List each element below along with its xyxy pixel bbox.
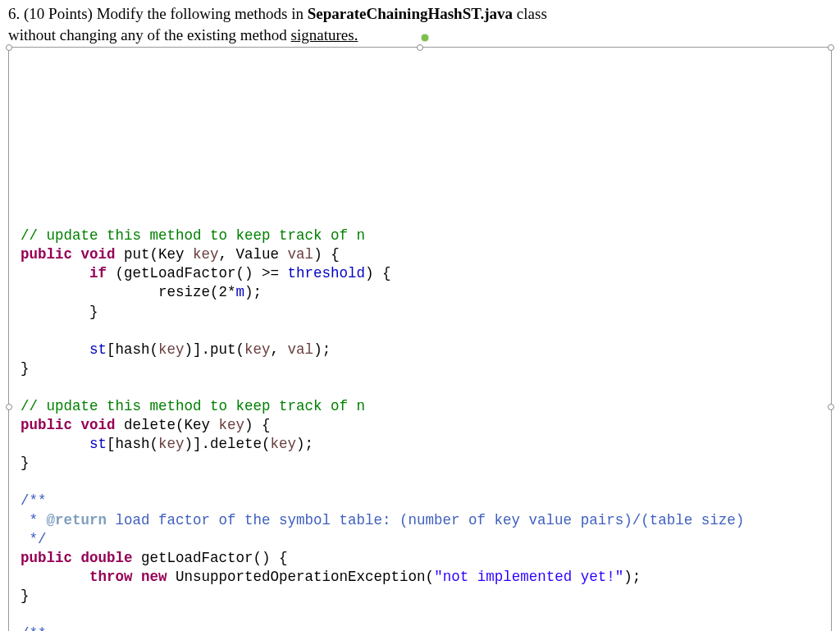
code-doc: */ xyxy=(21,531,47,547)
code-tag: @return xyxy=(47,512,107,528)
code-param: key xyxy=(158,436,185,452)
code-text: [hash( xyxy=(107,341,158,358)
code-param: key xyxy=(244,341,271,358)
code-text: )].put( xyxy=(185,341,245,358)
resize-handle-icon[interactable] xyxy=(828,404,834,410)
code-string: "not implemented yet!" xyxy=(434,569,623,585)
resize-handle-icon[interactable] xyxy=(6,44,12,51)
question-header: 6. (10 Points) Modify the following meth… xyxy=(0,0,840,47)
code-text: (getLoadFactor() >= xyxy=(107,265,288,281)
question-underline: signatures. xyxy=(291,26,358,43)
code-text: [hash( xyxy=(107,436,158,452)
code-kw: public xyxy=(21,550,72,566)
code-param: key xyxy=(158,341,185,358)
code-text: } xyxy=(21,588,30,604)
code-param: key xyxy=(193,246,219,263)
code-text: } xyxy=(21,360,30,377)
code-text: } xyxy=(21,304,98,320)
code-doc: * xyxy=(21,512,47,528)
code-kw: public xyxy=(21,246,72,263)
code-field: m xyxy=(236,284,245,300)
code-text: UnsupportedOperationException( xyxy=(167,569,435,585)
code-param: val xyxy=(288,246,314,263)
code-param: key xyxy=(271,436,297,452)
code-text: put(Key xyxy=(124,246,193,263)
code-comment: // update this method to keep track of n xyxy=(21,227,365,244)
code-kw: double xyxy=(81,550,133,566)
code-text: getLoadFactor() { xyxy=(141,550,288,566)
question-text-2: class xyxy=(513,5,547,22)
code-text: ); xyxy=(623,569,641,585)
code-text: } xyxy=(21,455,30,471)
resize-handle-icon[interactable] xyxy=(828,44,834,51)
smart-tag-icon xyxy=(422,34,428,41)
code-field: threshold xyxy=(288,265,366,281)
code-kw: throw xyxy=(89,569,133,585)
code-text: )].delete( xyxy=(185,436,271,452)
question-text-1: Modify the following methods in xyxy=(97,5,308,22)
code-text: ) { xyxy=(365,265,391,281)
code-doc: load factor of the symbol table: (number… xyxy=(107,512,744,528)
code-comment: // update this method to keep track of n xyxy=(21,398,365,414)
code-text: ); xyxy=(296,436,313,452)
code-kw: public xyxy=(21,417,72,433)
code-kw: void xyxy=(81,246,116,263)
code-text xyxy=(21,436,89,452)
code-text: ); xyxy=(244,284,262,300)
code-param: val xyxy=(288,341,314,358)
code-text: ) { xyxy=(244,417,271,433)
class-name: SeparateChainingHashST.java xyxy=(308,5,513,22)
code-text: delete(Key xyxy=(124,417,219,433)
question-number: 6. xyxy=(8,5,20,22)
code-field: st xyxy=(89,436,107,452)
code-text xyxy=(21,341,89,358)
code-text xyxy=(21,569,89,585)
code-text: resize(2* xyxy=(21,284,236,300)
code-doc: /** xyxy=(21,492,47,509)
code-param: key xyxy=(219,417,245,433)
code-text: ) { xyxy=(313,246,340,263)
code-box: // update this method to keep track of n… xyxy=(8,47,832,631)
code-text: , Value xyxy=(219,246,288,263)
code-kw: if xyxy=(89,265,107,281)
resize-handle-icon[interactable] xyxy=(6,404,12,410)
code-field: st xyxy=(89,341,107,358)
question-points: (10 Points) xyxy=(24,5,93,22)
resize-handle-icon[interactable] xyxy=(417,44,423,51)
code-kw: void xyxy=(81,417,116,433)
code-kw: new xyxy=(141,569,167,585)
code-doc: /** xyxy=(21,625,47,631)
question-text-3: without changing any of the existing met… xyxy=(8,26,291,43)
code-text: ); xyxy=(313,341,331,358)
code-text: , xyxy=(271,341,288,358)
